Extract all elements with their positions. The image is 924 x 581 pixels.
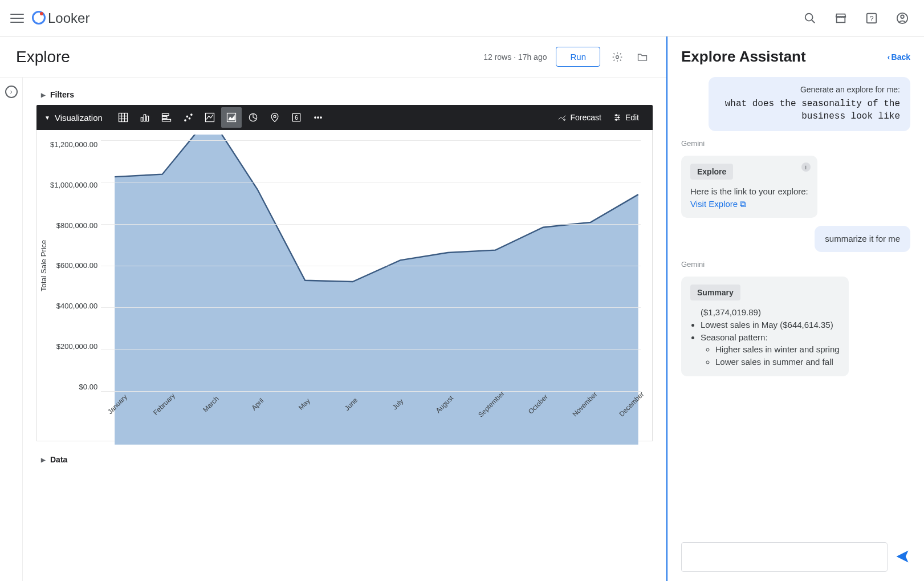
viz-bar-icon[interactable] bbox=[156, 107, 177, 128]
user-message: summarize it for me bbox=[815, 226, 910, 252]
hamburger-menu[interactable] bbox=[10, 11, 24, 25]
data-label: Data bbox=[50, 455, 67, 464]
summary-list: ($1,374,019.89) Lowest sales in May ($64… bbox=[690, 306, 840, 368]
filters-label: Filters bbox=[50, 90, 74, 99]
svg-point-19 bbox=[186, 116, 188, 117]
search-icon[interactable] bbox=[799, 7, 821, 30]
y-tick: $1,200,000.00 bbox=[50, 140, 97, 149]
svg-point-18 bbox=[185, 120, 186, 121]
svg-rect-17 bbox=[162, 119, 170, 121]
svg-point-6 bbox=[616, 55, 619, 58]
edit-button[interactable]: Edit bbox=[607, 113, 645, 122]
forecast-button[interactable]: Forecast bbox=[552, 113, 606, 122]
svg-point-29 bbox=[318, 117, 319, 119]
filters-section[interactable]: ▶ Filters bbox=[36, 84, 653, 105]
run-button[interactable]: Run bbox=[556, 47, 600, 67]
visualization-label: Visualization bbox=[55, 113, 103, 123]
svg-point-28 bbox=[315, 117, 316, 119]
svg-point-31 bbox=[564, 119, 565, 121]
svg-point-20 bbox=[189, 117, 190, 119]
svg-line-1 bbox=[812, 19, 815, 23]
user-message: Generate an explore for me: what does th… bbox=[709, 77, 910, 131]
y-tick: $800,000.00 bbox=[56, 221, 97, 230]
chevron-right-icon: ▶ bbox=[41, 457, 46, 463]
viz-table-icon[interactable] bbox=[113, 107, 133, 128]
svg-point-0 bbox=[805, 13, 813, 21]
chevron-left-icon: ‹ bbox=[888, 52, 890, 62]
svg-point-35 bbox=[616, 115, 617, 116]
chevron-down-icon[interactable]: ▼ bbox=[44, 115, 50, 121]
visit-explore-link[interactable]: Visit Explore ⧉ bbox=[690, 199, 746, 209]
area-chart: Total Sale Price $1,200,000.00$1,000,000… bbox=[36, 130, 653, 441]
y-tick: $600,000.00 bbox=[56, 261, 97, 270]
back-link[interactable]: ‹ Back bbox=[888, 52, 910, 62]
viz-pie-icon[interactable] bbox=[243, 107, 263, 128]
gear-icon[interactable] bbox=[609, 49, 625, 65]
summary-chip: Summary bbox=[690, 285, 740, 300]
svg-rect-12 bbox=[141, 117, 143, 121]
y-axis-title: Total Sale Price bbox=[37, 135, 50, 397]
svg-point-30 bbox=[320, 117, 322, 119]
svg-point-25 bbox=[274, 115, 276, 117]
viz-line-icon[interactable] bbox=[200, 107, 220, 128]
help-icon[interactable]: ? bbox=[860, 7, 883, 30]
looker-logo[interactable]: Looker bbox=[32, 10, 89, 26]
explore-chip[interactable]: Explore bbox=[690, 164, 733, 180]
svg-point-36 bbox=[618, 117, 620, 119]
viz-area-icon[interactable] bbox=[221, 107, 242, 128]
svg-rect-15 bbox=[162, 113, 169, 115]
svg-rect-16 bbox=[162, 116, 166, 118]
page-title: Explore bbox=[16, 48, 70, 66]
send-button[interactable] bbox=[894, 549, 910, 566]
viz-single-value-icon[interactable]: 6 bbox=[286, 107, 307, 128]
chevron-right-icon: ▶ bbox=[41, 92, 46, 98]
assistant-message: i Explore Here is the link to your explo… bbox=[681, 156, 817, 218]
info-icon[interactable]: i bbox=[801, 162, 811, 172]
viz-scatter-icon[interactable] bbox=[178, 107, 198, 128]
viz-more-icon[interactable] bbox=[308, 107, 328, 128]
data-section[interactable]: ▶ Data bbox=[36, 449, 653, 470]
svg-text:?: ? bbox=[869, 14, 873, 22]
y-tick: $0.00 bbox=[79, 383, 98, 391]
assistant-title: Explore Assistant bbox=[681, 48, 806, 66]
looker-logo-icon bbox=[32, 12, 44, 25]
svg-rect-14 bbox=[146, 116, 148, 121]
svg-rect-7 bbox=[119, 113, 127, 122]
visualization-toolbar: ▼ Visualization 6 bbox=[36, 105, 653, 130]
viz-map-icon[interactable] bbox=[264, 107, 285, 128]
y-tick: $400,000.00 bbox=[56, 302, 97, 310]
svg-point-5 bbox=[901, 15, 904, 18]
sender-label: Gemini bbox=[681, 139, 910, 148]
expand-rail-button[interactable]: › bbox=[5, 86, 18, 98]
sender-label: Gemini bbox=[681, 260, 910, 269]
svg-point-37 bbox=[616, 119, 617, 121]
assistant-message: Summary ($1,374,019.89) Lowest sales in … bbox=[681, 277, 849, 376]
chat-input[interactable] bbox=[681, 542, 888, 572]
y-tick: $1,000,000.00 bbox=[50, 181, 97, 189]
svg-text:6: 6 bbox=[295, 115, 298, 121]
svg-rect-13 bbox=[144, 115, 145, 121]
viz-column-icon[interactable] bbox=[135, 107, 155, 128]
svg-point-21 bbox=[190, 114, 192, 116]
app-name: Looker bbox=[48, 10, 89, 26]
account-icon[interactable] bbox=[891, 7, 914, 30]
marketplace-icon[interactable] bbox=[829, 7, 852, 30]
query-meta: 12 rows · 17h ago bbox=[483, 52, 547, 62]
folder-icon[interactable] bbox=[634, 49, 650, 65]
y-tick: $200,000.00 bbox=[56, 342, 97, 351]
